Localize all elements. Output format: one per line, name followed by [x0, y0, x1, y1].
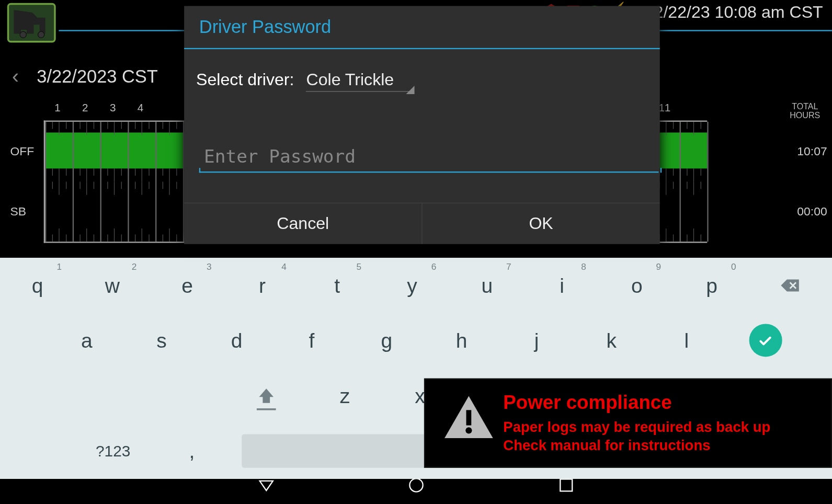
nav-back-button[interactable]: [257, 476, 275, 497]
svg-rect-5: [560, 479, 572, 491]
key-k[interactable]: k: [574, 313, 649, 369]
key-backspace[interactable]: [749, 258, 832, 313]
key-o[interactable]: o9: [599, 258, 674, 313]
row-off-label: OFF: [10, 144, 40, 158]
svg-point-4: [409, 478, 423, 491]
key-p[interactable]: p0: [674, 258, 749, 313]
compliance-alert: Power compliance Paper logs may be requi…: [424, 378, 832, 467]
dialog-title: Driver Password: [184, 6, 660, 48]
row-off-total: 10:07: [791, 144, 827, 158]
row-sb-total: 00:00: [791, 204, 827, 218]
svg-point-1: [38, 31, 44, 38]
key-t[interactable]: t5: [300, 258, 374, 313]
nav-recent-button[interactable]: [557, 476, 575, 497]
key-j[interactable]: j: [499, 313, 574, 369]
key-w[interactable]: w2: [75, 258, 150, 313]
driver-value: Cole Trickle: [306, 70, 412, 91]
password-input[interactable]: [199, 143, 659, 173]
row-sb-label: SB: [10, 204, 40, 218]
key-e[interactable]: e3: [150, 258, 225, 313]
key-comma[interactable]: ,: [154, 423, 229, 479]
key-h[interactable]: h: [424, 313, 499, 369]
key-g[interactable]: g: [349, 313, 424, 369]
driver-password-dialog: Driver Password Select driver: Cole Tric…: [184, 6, 660, 244]
key-u[interactable]: u7: [450, 258, 525, 313]
log-date: 3/22/2023 CST: [37, 66, 157, 87]
key-a[interactable]: a: [49, 313, 124, 369]
nav-home-button[interactable]: [407, 476, 425, 497]
key-q[interactable]: q1: [0, 258, 75, 313]
app-icon[interactable]: [7, 3, 56, 43]
key-r[interactable]: r4: [225, 258, 300, 313]
alert-line2: Check manual for instructions: [503, 437, 710, 453]
alert-triangle-icon: [443, 394, 494, 439]
key-i[interactable]: i8: [525, 258, 599, 313]
alert-title: Power compliance: [503, 392, 816, 414]
key-symbols[interactable]: ?123: [72, 423, 154, 479]
status-clock: 2/22/23 10:08 am CST: [654, 3, 823, 22]
back-button[interactable]: ‹: [12, 65, 19, 88]
svg-point-0: [20, 31, 26, 38]
key-shift[interactable]: [225, 368, 307, 423]
driver-spinner[interactable]: Cole Trickle: [306, 70, 412, 89]
alert-line1: Paper logs may be required as back up: [503, 418, 770, 434]
svg-rect-2: [466, 410, 472, 425]
key-f[interactable]: f: [274, 313, 349, 369]
cancel-button[interactable]: Cancel: [184, 203, 421, 244]
key-d[interactable]: d: [199, 313, 274, 369]
key-enter[interactable]: [749, 324, 782, 357]
key-l[interactable]: l: [649, 313, 724, 369]
ok-button[interactable]: OK: [421, 203, 659, 244]
key-s[interactable]: s: [124, 313, 199, 369]
key-z[interactable]: z: [307, 368, 382, 423]
select-driver-label: Select driver:: [196, 70, 294, 89]
key-y[interactable]: y6: [374, 258, 449, 313]
svg-point-3: [465, 427, 472, 433]
